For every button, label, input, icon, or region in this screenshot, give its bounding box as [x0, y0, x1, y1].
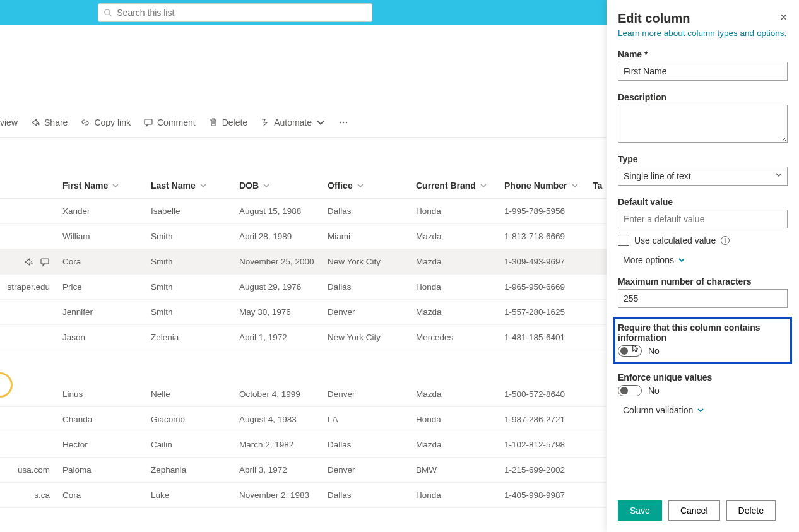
chevron-down-icon: [357, 182, 364, 189]
hdr-brand[interactable]: Current Brand: [416, 180, 504, 191]
lead-cell: s.ca: [0, 490, 62, 500]
chevron-down-icon: [199, 182, 207, 189]
comment-icon[interactable]: [40, 257, 50, 267]
cell-last: Luke: [151, 490, 239, 500]
cell-brand: Honda: [416, 206, 504, 216]
cell-office: New York City: [328, 333, 416, 342]
cell-first: Jennifer: [62, 307, 151, 317]
hdr-first-name[interactable]: First Name: [62, 180, 151, 191]
cell-dob: November 25, 2000: [239, 257, 328, 266]
cell-brand: Mazda: [416, 440, 504, 449]
name-label: Name *: [618, 49, 788, 59]
unique-values-block: Enforce unique values No: [618, 372, 788, 396]
cell-phone: 1-965-950-6669: [504, 282, 593, 292]
lead-cell: straper.edu: [0, 282, 62, 292]
cell-phone: 1-813-718-6669: [504, 232, 593, 241]
cell-first: Jason: [62, 333, 151, 342]
chevron-down-icon: [263, 182, 270, 189]
link-icon: [80, 117, 90, 127]
cell-dob: May 30, 1976: [239, 307, 328, 317]
cell-last: Zelenia: [151, 333, 239, 342]
cell-office: Denver: [328, 307, 416, 317]
cell-first: Hector: [62, 440, 151, 449]
hdr-phone[interactable]: Phone Number: [504, 180, 593, 191]
require-info-block: Require that this column contains inform…: [613, 317, 792, 364]
cell-office: Denver: [328, 389, 416, 399]
use-calculated-checkbox[interactable]: [618, 235, 629, 246]
trash-icon: [208, 117, 218, 127]
type-select[interactable]: [618, 167, 788, 186]
info-icon[interactable]: i: [721, 236, 730, 245]
cell-office: Dallas: [328, 206, 416, 216]
default-value-label: Default value: [618, 197, 788, 207]
panel-footer: Save Cancel Delete: [618, 492, 788, 532]
cell-phone: 1-405-998-9987: [504, 490, 593, 500]
default-value-input[interactable]: [618, 210, 788, 228]
chevron-down-icon: [112, 182, 119, 189]
cell-last: Nelle: [151, 389, 239, 399]
max-chars-input[interactable]: [618, 289, 788, 308]
unique-values-toggle[interactable]: [618, 385, 642, 396]
cmd-delete-label: Delete: [222, 117, 247, 127]
cmd-comment[interactable]: Comment: [143, 117, 196, 127]
search-input[interactable]: [117, 8, 367, 18]
search-icon: [104, 8, 112, 17]
chevron-down-icon: [571, 182, 579, 189]
chevron-down-icon: [480, 182, 487, 189]
close-icon[interactable]: ✕: [779, 11, 788, 23]
delete-button[interactable]: Delete: [726, 500, 776, 521]
cell-phone: 1-215-699-2002: [504, 465, 593, 475]
hdr-office[interactable]: Office: [328, 180, 416, 191]
use-calculated-label: Use calculated value: [634, 235, 716, 245]
unique-values-value: No: [648, 386, 660, 396]
cmd-automate[interactable]: Automate: [260, 117, 326, 127]
cmd-share[interactable]: Share: [30, 117, 68, 127]
cell-office: LA: [328, 415, 416, 424]
cell-last: Smith: [151, 257, 239, 266]
cell-brand: Mazda: [416, 257, 504, 266]
cell-dob: March 2, 1982: [239, 440, 328, 449]
name-input[interactable]: [618, 62, 788, 81]
description-textarea[interactable]: [618, 105, 788, 143]
edit-column-panel: Edit column ✕ Learn more about column ty…: [607, 0, 799, 532]
cmd-share-label: Share: [44, 117, 68, 127]
cell-first: Cora: [62, 257, 151, 266]
cell-dob: October 4, 1999: [239, 389, 328, 399]
cell-last: Smith: [151, 307, 239, 317]
cancel-button[interactable]: Cancel: [668, 500, 720, 521]
cell-last: Zephania: [151, 465, 239, 475]
hdr-last-name[interactable]: Last Name: [151, 180, 239, 191]
cell-first: Cora: [62, 490, 151, 500]
cmd-copy-link[interactable]: Copy link: [80, 117, 131, 127]
require-info-toggle[interactable]: [618, 345, 642, 357]
hdr-dob[interactable]: DOB: [239, 180, 328, 191]
require-info-value: No: [648, 346, 660, 356]
cell-brand: Mazda: [416, 389, 504, 399]
share-icon[interactable]: [23, 257, 33, 267]
cmd-view[interactable]: view: [0, 117, 18, 127]
cell-last: Isabelle: [151, 206, 239, 216]
svg-point-4: [343, 121, 344, 122]
cell-phone: 1-481-185-6401: [504, 333, 593, 342]
cell-dob: August 4, 1983: [239, 415, 328, 424]
cmd-more[interactable]: [338, 117, 348, 127]
share-icon: [30, 117, 40, 127]
cmd-copy-label: Copy link: [94, 117, 131, 127]
svg-point-0: [105, 9, 110, 15]
cell-phone: 1-995-789-5956: [504, 206, 593, 216]
cmd-delete[interactable]: Delete: [208, 117, 247, 127]
require-info-label: Require that this column contains inform…: [618, 322, 788, 343]
more-options-toggle[interactable]: More options: [618, 255, 788, 265]
cell-office: Dallas: [328, 490, 416, 500]
panel-learn-more-link[interactable]: Learn more about column types and option…: [618, 28, 788, 38]
chevron-down-icon: [678, 256, 685, 264]
search-box[interactable]: [98, 3, 372, 22]
column-validation-toggle[interactable]: Column validation: [618, 405, 788, 415]
cell-office: Dallas: [328, 440, 416, 449]
cell-brand: Mazda: [416, 307, 504, 317]
cell-brand: Honda: [416, 415, 504, 424]
cell-first: Paloma: [62, 465, 151, 475]
save-button[interactable]: Save: [618, 500, 662, 521]
cell-first: Linus: [62, 389, 151, 399]
cmd-comment-label: Comment: [157, 117, 196, 127]
